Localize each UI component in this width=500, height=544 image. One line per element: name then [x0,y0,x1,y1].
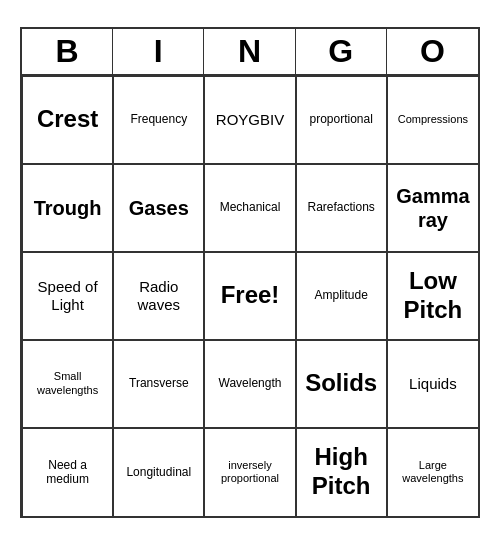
bingo-cell: Large wavelengths [387,428,478,516]
cell-text: Longitudinal [126,465,191,479]
bingo-cell: Frequency [113,76,204,164]
cell-text: Speed of Light [29,278,106,314]
header-letter: I [113,29,204,74]
bingo-cell: Free! [204,252,295,340]
cell-text: ROYGBIV [216,111,284,129]
bingo-header: BINGO [22,29,478,76]
bingo-grid: CrestFrequencyROYGBIVproportionalCompres… [22,76,478,516]
bingo-cell: proportional [296,76,387,164]
cell-text: inversely proportional [211,459,288,485]
bingo-cell: Liquids [387,340,478,428]
cell-text: Low Pitch [394,267,472,325]
cell-text: Gases [129,196,189,220]
cell-text: Transverse [129,376,189,390]
cell-text: Frequency [130,112,187,126]
bingo-cell: High Pitch [296,428,387,516]
bingo-cell: Small wavelengths [22,340,113,428]
bingo-cell: Trough [22,164,113,252]
bingo-cell: Speed of Light [22,252,113,340]
cell-text: Trough [34,196,102,220]
cell-text: Free! [221,281,280,310]
bingo-cell: Need a medium [22,428,113,516]
bingo-cell: Gamma ray [387,164,478,252]
bingo-cell: Longitudinal [113,428,204,516]
bingo-cell: Compressions [387,76,478,164]
cell-text: proportional [310,112,373,126]
cell-text: Radio waves [120,278,197,314]
bingo-cell: Gases [113,164,204,252]
bingo-cell: Solids [296,340,387,428]
bingo-cell: Wavelength [204,340,295,428]
cell-text: Large wavelengths [394,459,472,485]
cell-text: Compressions [398,113,468,126]
cell-text: Small wavelengths [29,370,106,396]
cell-text: High Pitch [303,443,380,501]
bingo-cell: Transverse [113,340,204,428]
header-letter: N [204,29,295,74]
cell-text: Crest [37,105,98,134]
header-letter: B [22,29,113,74]
bingo-cell: Mechanical [204,164,295,252]
bingo-cell: Crest [22,76,113,164]
header-letter: G [296,29,387,74]
bingo-cell: Rarefactions [296,164,387,252]
bingo-cell: Amplitude [296,252,387,340]
bingo-cell: Radio waves [113,252,204,340]
cell-text: Wavelength [219,376,282,390]
cell-text: Need a medium [29,458,106,487]
cell-text: Mechanical [220,200,281,214]
cell-text: Liquids [409,375,457,393]
cell-text: Gamma ray [394,184,472,232]
bingo-card: BINGO CrestFrequencyROYGBIVproportionalC… [20,27,480,518]
cell-text: Solids [305,369,377,398]
bingo-cell: Low Pitch [387,252,478,340]
header-letter: O [387,29,478,74]
bingo-cell: ROYGBIV [204,76,295,164]
cell-text: Rarefactions [308,200,375,214]
bingo-cell: inversely proportional [204,428,295,516]
cell-text: Amplitude [315,288,368,302]
